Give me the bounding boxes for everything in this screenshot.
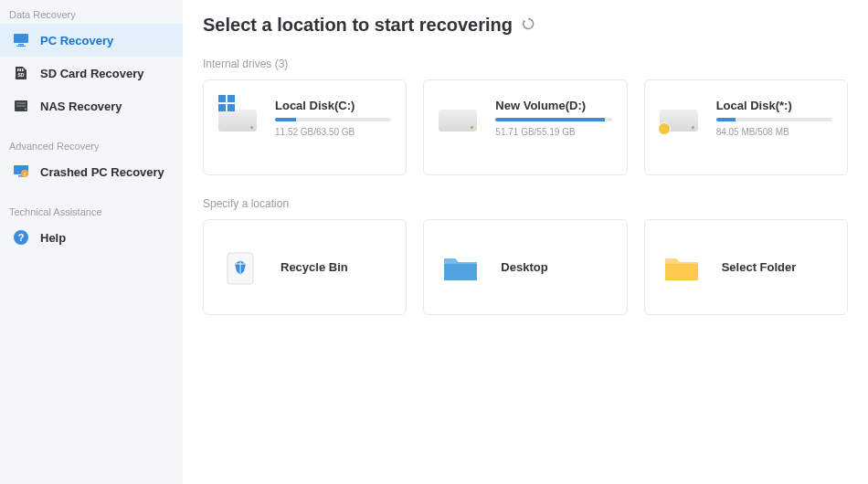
drive-card-c[interactable]: Local Disk(C:) 11.52 GB/63.50 GB	[203, 79, 407, 175]
specify-location-label: Specify a location	[203, 197, 848, 210]
select-folder-icon	[662, 247, 702, 288]
svg-rect-19	[218, 104, 226, 111]
sidebar-item-help[interactable]: ? Help	[0, 221, 183, 254]
sidebar-item-label: NAS Recovery	[40, 100, 122, 113]
drive-usage-bar	[495, 118, 611, 121]
svg-rect-18	[228, 95, 235, 102]
sidebar-item-nas-recovery[interactable]: NAS Recovery	[0, 89, 183, 122]
drive-grid: Local Disk(C:) 11.52 GB/63.50 GB New Vol…	[203, 79, 848, 175]
crashed-pc-icon: !	[13, 163, 29, 180]
svg-rect-9	[16, 105, 26, 107]
desktop-folder-icon	[440, 247, 481, 288]
svg-rect-2	[16, 46, 26, 47]
drive-card-d[interactable]: New Volume(D:) 51.71 GB/55.19 GB	[423, 79, 627, 175]
sidebar-item-label: PC Recovery	[40, 34, 113, 47]
location-name: Recycle Bin	[281, 260, 348, 274]
sidebar-section-data-recovery: Data Recovery	[0, 4, 183, 24]
location-name: Select Folder	[722, 260, 797, 274]
nas-icon	[13, 98, 29, 114]
svg-rect-5	[22, 68, 24, 71]
drive-usage-bar	[275, 118, 391, 121]
drive-usage-bar	[716, 118, 832, 121]
refresh-icon[interactable]	[522, 17, 535, 33]
sidebar-section-technical-assistance: Technical Assistance	[0, 201, 183, 221]
svg-rect-3	[17, 68, 19, 71]
drive-stats: 11.52 GB/63.50 GB	[275, 127, 391, 137]
drive-card-star[interactable]: Local Disk(*:) 84.05 MB/508 MB	[644, 79, 848, 175]
svg-point-10	[25, 109, 26, 110]
location-name: Desktop	[501, 260, 547, 274]
drive-name: Local Disk(C:)	[275, 99, 391, 112]
drive-icon	[660, 97, 704, 132]
sidebar-item-crashed-pc-recovery[interactable]: ! Crashed PC Recovery	[0, 155, 183, 188]
location-grid: Recycle Bin Desktop Select Folder	[203, 219, 848, 315]
location-card-recycle-bin[interactable]: Recycle Bin	[203, 219, 407, 315]
sidebar-item-label: Help	[40, 231, 66, 245]
recycle-bin-icon	[220, 247, 260, 288]
sidebar-item-label: Crashed PC Recovery	[40, 165, 164, 179]
drive-stats: 84.05 MB/508 MB	[716, 127, 832, 137]
sidebar-item-label: SD Card Recovery	[40, 67, 143, 80]
page-title-text: Select a location to start recovering	[203, 15, 513, 36]
svg-text:!: !	[24, 172, 26, 177]
internal-drives-label: Internal drives (3)	[203, 58, 848, 70]
location-card-select-folder[interactable]: Select Folder	[644, 219, 848, 315]
sidebar-section-advanced-recovery: Advanced Recovery	[0, 135, 183, 155]
help-icon: ?	[13, 229, 29, 246]
drive-stats: 51.71 GB/55.19 GB	[495, 127, 611, 137]
svg-rect-4	[20, 68, 22, 71]
svg-rect-17	[218, 95, 226, 102]
sidebar-item-pc-recovery[interactable]: PC Recovery	[0, 24, 183, 57]
warning-icon	[658, 122, 671, 135]
main-content: Select a location to start recovering In…	[183, 0, 868, 484]
sidebar-item-sd-card-recovery[interactable]: SD SD Card Recovery	[0, 57, 183, 89]
svg-rect-8	[16, 102, 26, 104]
svg-rect-20	[228, 104, 235, 111]
sidebar: Data Recovery PC Recovery SD SD Card Rec…	[0, 0, 183, 484]
page-title: Select a location to start recovering	[203, 15, 848, 36]
monitor-icon	[13, 32, 29, 48]
windows-icon	[218, 95, 235, 111]
location-card-desktop[interactable]: Desktop	[423, 219, 627, 315]
drive-name: New Volume(D:)	[495, 99, 611, 112]
drive-icon	[218, 97, 262, 132]
drive-icon	[439, 97, 482, 132]
svg-text:SD: SD	[18, 72, 25, 78]
svg-text:?: ?	[18, 232, 25, 243]
drive-name: Local Disk(*:)	[716, 99, 832, 112]
svg-rect-1	[18, 44, 24, 46]
svg-rect-0	[14, 34, 28, 43]
sd-card-icon: SD	[13, 65, 29, 81]
